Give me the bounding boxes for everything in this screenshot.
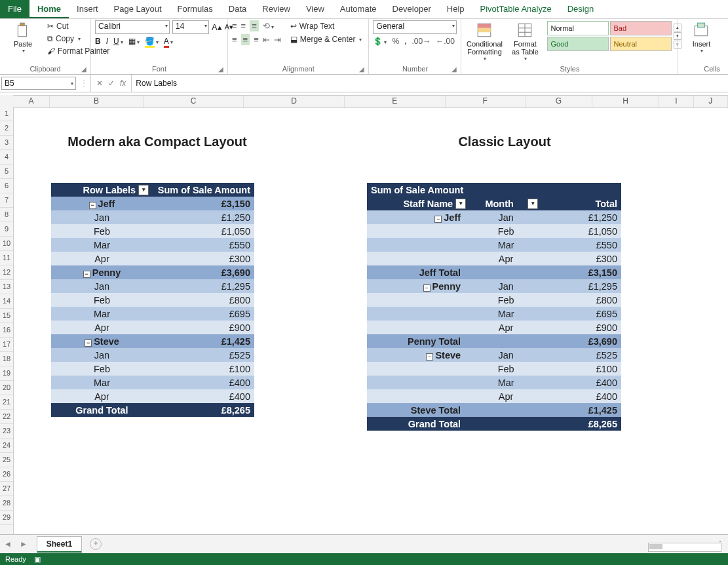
fill-color-button[interactable]: 🪣▾ bbox=[145, 37, 159, 46]
bold-button[interactable]: B bbox=[95, 37, 101, 46]
cell-style-good[interactable]: Good bbox=[547, 37, 609, 51]
filter-dropdown-icon[interactable]: ▾ bbox=[455, 199, 466, 209]
increase-decimal-icon[interactable]: .00→ bbox=[412, 37, 431, 46]
format-as-table-button[interactable]: Format as Table▾ bbox=[506, 20, 544, 63]
select-all-corner[interactable] bbox=[0, 95, 14, 107]
sheet-tab-sheet1[interactable]: Sheet1 bbox=[37, 536, 82, 553]
horizontal-scrollbar[interactable] bbox=[648, 543, 721, 552]
col-header-F[interactable]: F bbox=[446, 96, 526, 107]
collapse-icon[interactable]: − bbox=[85, 340, 92, 347]
col-header-J[interactable]: J bbox=[694, 96, 728, 107]
add-sheet-button[interactable]: + bbox=[90, 538, 102, 550]
tab-help[interactable]: Help bbox=[439, 0, 472, 18]
tab-page-layout[interactable]: Page Layout bbox=[106, 0, 170, 18]
align-middle-icon[interactable]: ≡ bbox=[241, 21, 246, 31]
align-center-icon[interactable]: ≡ bbox=[241, 34, 250, 45]
col-header-H[interactable]: H bbox=[592, 96, 659, 107]
underline-button[interactable]: U▾ bbox=[113, 37, 123, 46]
dialog-launcher-icon[interactable]: ◢ bbox=[451, 66, 457, 73]
row-header-18[interactable]: 18 bbox=[0, 352, 13, 366]
insert-cells-button[interactable]: Insert▾ bbox=[682, 20, 720, 55]
comma-format-icon[interactable]: , bbox=[404, 37, 406, 46]
row-headers[interactable]: 1234567891011121314151617181920212223242… bbox=[0, 107, 14, 535]
col-header-G[interactable]: G bbox=[526, 96, 592, 107]
filter-dropdown-icon[interactable]: ▾ bbox=[138, 185, 149, 195]
row-header-10[interactable]: 10 bbox=[0, 237, 13, 251]
tab-automate[interactable]: Automate bbox=[332, 0, 385, 18]
row-header-24[interactable]: 24 bbox=[0, 438, 13, 453]
row-header-3[interactable]: 3 bbox=[0, 136, 13, 150]
align-left-icon[interactable]: ≡ bbox=[232, 35, 237, 45]
indent-increase-icon[interactable]: ⇥ bbox=[274, 35, 281, 45]
tab-review[interactable]: Review bbox=[254, 0, 298, 18]
tab-developer[interactable]: Developer bbox=[385, 0, 439, 18]
row-header-11[interactable]: 11 bbox=[0, 251, 13, 265]
collapse-icon[interactable]: − bbox=[426, 353, 433, 360]
delete-cells-button[interactable]: Delete▾ bbox=[723, 20, 728, 55]
collapse-icon[interactable]: − bbox=[89, 202, 96, 209]
col-header-D[interactable]: D bbox=[244, 96, 345, 107]
collapse-icon[interactable]: − bbox=[83, 271, 90, 278]
tab-home[interactable]: Home bbox=[29, 0, 69, 18]
row-header-9[interactable]: 9 bbox=[0, 222, 13, 237]
row-header-4[interactable]: 4 bbox=[0, 150, 13, 165]
tab-data[interactable]: Data bbox=[221, 0, 254, 18]
row-header-8[interactable]: 8 bbox=[0, 208, 13, 222]
cell-style-neutral[interactable]: Neutral bbox=[610, 37, 672, 51]
pivot-compact[interactable]: Row Labels▾Sum of Sale Amount−Jeff£3,150… bbox=[51, 183, 254, 417]
increase-font-icon[interactable]: A▴ bbox=[212, 22, 222, 32]
tab-file[interactable]: File bbox=[0, 0, 29, 18]
col-header-A[interactable]: A bbox=[13, 96, 50, 107]
row-header-6[interactable]: 6 bbox=[0, 179, 13, 193]
conditional-formatting-button[interactable]: Conditional Formatting▾ bbox=[465, 20, 503, 63]
row-header-14[interactable]: 14 bbox=[0, 294, 13, 309]
accounting-format-icon[interactable]: 💲▾ bbox=[373, 37, 387, 46]
column-headers[interactable]: ABCDEFGHIJ bbox=[13, 95, 728, 108]
wrap-text-button[interactable]: ↩Wrap Text bbox=[288, 20, 365, 32]
row-header-16[interactable]: 16 bbox=[0, 323, 13, 338]
row-header-21[interactable]: 21 bbox=[0, 395, 13, 410]
align-top-icon[interactable]: ≡ bbox=[232, 21, 237, 31]
col-header-B[interactable]: B bbox=[50, 96, 144, 107]
italic-button[interactable]: I bbox=[106, 37, 108, 46]
formula-input[interactable]: Row Labels bbox=[132, 77, 728, 89]
row-header-28[interactable]: 28 bbox=[0, 496, 13, 511]
row-header-7[interactable]: 7 bbox=[0, 193, 13, 208]
row-header-1[interactable]: 1 bbox=[0, 107, 13, 121]
filter-dropdown-icon[interactable]: ▾ bbox=[527, 199, 538, 209]
tab-view[interactable]: View bbox=[298, 0, 332, 18]
font-name-select[interactable]: Calibri▾ bbox=[95, 20, 170, 34]
pivot-classic[interactable]: Sum of Sale AmountStaff Name▾Month▾Total… bbox=[367, 183, 621, 431]
cell-style-bad[interactable]: Bad bbox=[610, 21, 672, 35]
row-header-25[interactable]: 25 bbox=[0, 453, 13, 467]
row-header-15[interactable]: 15 bbox=[0, 309, 13, 323]
dialog-launcher-icon[interactable]: ◢ bbox=[218, 66, 223, 73]
decrease-decimal-icon[interactable]: ←.00 bbox=[436, 37, 455, 46]
cell-style-normal[interactable]: Normal bbox=[547, 21, 609, 35]
row-header-2[interactable]: 2 bbox=[0, 121, 13, 136]
collapse-icon[interactable]: − bbox=[423, 284, 431, 292]
sheet-nav-prev-icon[interactable]: ◄ bbox=[0, 539, 16, 549]
row-header-19[interactable]: 19 bbox=[0, 366, 13, 381]
orientation-icon[interactable]: ⟲▾ bbox=[263, 21, 274, 31]
tab-insert[interactable]: Insert bbox=[69, 0, 106, 18]
enter-formula-icon[interactable]: ✓ bbox=[108, 79, 115, 88]
row-header-26[interactable]: 26 bbox=[0, 467, 13, 482]
merge-center-button[interactable]: ⬓Merge & Center▾ bbox=[288, 33, 365, 45]
col-header-C[interactable]: C bbox=[144, 96, 244, 107]
collapse-icon[interactable]: − bbox=[434, 216, 442, 223]
cells[interactable]: Modern aka Compact Layout Classic Layout… bbox=[13, 107, 728, 535]
row-header-17[interactable]: 17 bbox=[0, 338, 13, 352]
name-box[interactable]: B5▾ bbox=[1, 77, 76, 90]
align-bottom-icon[interactable]: ≡ bbox=[250, 20, 259, 31]
row-header-23[interactable]: 23 bbox=[0, 424, 13, 438]
sheet-nav-next-icon[interactable]: ► bbox=[16, 539, 31, 549]
fx-icon[interactable]: fx bbox=[120, 79, 126, 88]
tab-design[interactable]: Design bbox=[560, 0, 602, 18]
row-header-13[interactable]: 13 bbox=[0, 280, 13, 294]
row-header-29[interactable]: 29 bbox=[0, 511, 13, 525]
dialog-launcher-icon[interactable]: ◢ bbox=[81, 66, 86, 73]
row-header-20[interactable]: 20 bbox=[0, 381, 13, 395]
number-format-select[interactable]: General▾ bbox=[373, 20, 457, 34]
cancel-formula-icon[interactable]: ✕ bbox=[96, 79, 103, 88]
